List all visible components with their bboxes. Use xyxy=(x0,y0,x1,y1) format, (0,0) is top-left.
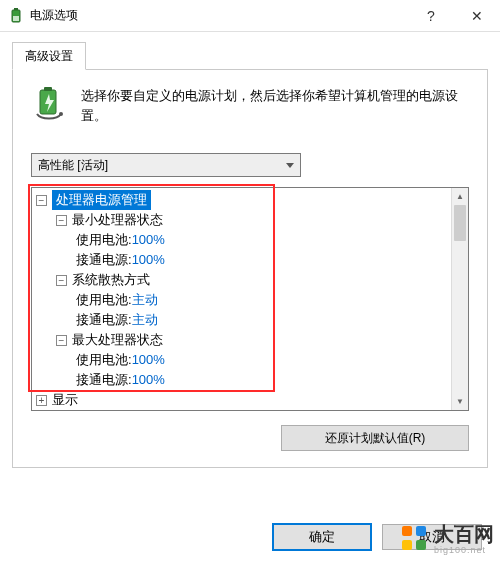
watermark-sub: big100.net xyxy=(434,546,494,555)
restore-defaults-button[interactable]: 还原计划默认值(R) xyxy=(281,425,469,451)
svg-point-5 xyxy=(59,112,63,116)
svg-rect-4 xyxy=(44,87,52,91)
tab-advanced-settings[interactable]: 高级设置 xyxy=(12,42,86,70)
row-label: 接通电源 xyxy=(76,370,128,390)
instruction-row: 选择你要自定义的电源计划，然后选择你希望计算机管理的电源设置。 xyxy=(31,86,469,125)
svg-rect-6 xyxy=(402,526,412,536)
tree-node-label: 显示 xyxy=(52,390,78,410)
watermark: 大百网 big100.net xyxy=(400,521,494,555)
svg-rect-7 xyxy=(416,526,426,536)
tab-panel: 选择你要自定义的电源计划，然后选择你希望计算机管理的电源设置。 高性能 [活动]… xyxy=(12,70,488,468)
row-value: 主动 xyxy=(132,310,158,330)
collapse-icon[interactable]: − xyxy=(56,335,67,346)
scroll-down-icon[interactable]: ▼ xyxy=(452,393,468,410)
collapse-icon[interactable]: − xyxy=(56,215,67,226)
scroll-thumb[interactable] xyxy=(454,205,466,241)
row-label: 使用电池 xyxy=(76,230,128,250)
tree-content: − 处理器电源管理 − 最小处理器状态 使用电池: 100% 接通电源: 100… xyxy=(32,188,451,410)
row-value: 主动 xyxy=(132,290,158,310)
tree-node-min-processor-state[interactable]: − 最小处理器状态 xyxy=(32,210,451,230)
row-label: 使用电池 xyxy=(76,290,128,310)
app-icon xyxy=(8,8,24,24)
tree-node-cooling-policy[interactable]: − 系统散热方式 xyxy=(32,270,451,290)
svg-rect-9 xyxy=(416,540,426,550)
plan-select[interactable]: 高性能 [活动] xyxy=(31,153,301,177)
tree-node-label: 最大处理器状态 xyxy=(72,330,163,350)
settings-tree[interactable]: − 处理器电源管理 − 最小处理器状态 使用电池: 100% 接通电源: 100… xyxy=(31,187,469,411)
scroll-up-icon[interactable]: ▲ xyxy=(452,188,468,205)
row-value: 100% xyxy=(132,230,165,250)
close-button[interactable]: ✕ xyxy=(454,0,500,32)
svg-rect-1 xyxy=(14,8,18,10)
row-label: 接通电源 xyxy=(76,250,128,270)
tree-row[interactable]: 使用电池: 100% xyxy=(32,350,451,370)
tree-row[interactable]: 使用电池: 100% xyxy=(32,230,451,250)
ok-button[interactable]: 确定 xyxy=(272,523,372,551)
power-options-dialog: 电源选项 ? ✕ 高级设置 选择你要自定义的电源计划，然后选择你希望计算机管理的… xyxy=(0,0,500,561)
power-plan-icon xyxy=(31,86,67,122)
plan-selector-row: 高性能 [活动] xyxy=(31,153,469,177)
tab-label: 高级设置 xyxy=(25,48,73,65)
tree-row[interactable]: 接通电源: 100% xyxy=(32,250,451,270)
tree-node-display[interactable]: + 显示 xyxy=(32,390,451,410)
tree-node-label: 处理器电源管理 xyxy=(52,190,151,210)
row-value: 100% xyxy=(132,350,165,370)
tree-scrollbar[interactable]: ▲ ▼ xyxy=(451,188,468,410)
restore-defaults-label: 还原计划默认值(R) xyxy=(325,430,426,447)
tree-node-label: 系统散热方式 xyxy=(72,270,150,290)
instruction-text: 选择你要自定义的电源计划，然后选择你希望计算机管理的电源设置。 xyxy=(81,86,469,125)
tree-node-max-processor-state[interactable]: − 最大处理器状态 xyxy=(32,330,451,350)
watermark-logo-icon xyxy=(400,524,428,552)
restore-row: 还原计划默认值(R) xyxy=(31,425,469,451)
watermark-name: 大百网 xyxy=(434,523,494,545)
tree-row[interactable]: 接通电源: 主动 xyxy=(32,310,451,330)
expand-icon[interactable]: + xyxy=(36,395,47,406)
titlebar: 电源选项 ? ✕ xyxy=(0,0,500,32)
row-value: 100% xyxy=(132,250,165,270)
ok-label: 确定 xyxy=(309,528,335,546)
collapse-icon[interactable]: − xyxy=(56,275,67,286)
row-value: 100% xyxy=(132,370,165,390)
settings-tree-wrap: − 处理器电源管理 − 最小处理器状态 使用电池: 100% 接通电源: 100… xyxy=(31,187,469,411)
watermark-text: 大百网 big100.net xyxy=(434,521,494,555)
window-title: 电源选项 xyxy=(30,7,408,24)
collapse-icon[interactable]: − xyxy=(36,195,47,206)
svg-rect-2 xyxy=(13,16,19,21)
help-button[interactable]: ? xyxy=(408,0,454,32)
row-label: 接通电源 xyxy=(76,310,128,330)
tree-node-processor-power-management[interactable]: − 处理器电源管理 xyxy=(32,190,451,210)
tree-node-label: 最小处理器状态 xyxy=(72,210,163,230)
svg-rect-8 xyxy=(402,540,412,550)
tree-row[interactable]: 接通电源: 100% xyxy=(32,370,451,390)
tab-strip: 高级设置 xyxy=(12,42,488,70)
tree-row[interactable]: 使用电池: 主动 xyxy=(32,290,451,310)
plan-select-value: 高性能 [活动] xyxy=(38,157,108,174)
row-label: 使用电池 xyxy=(76,350,128,370)
